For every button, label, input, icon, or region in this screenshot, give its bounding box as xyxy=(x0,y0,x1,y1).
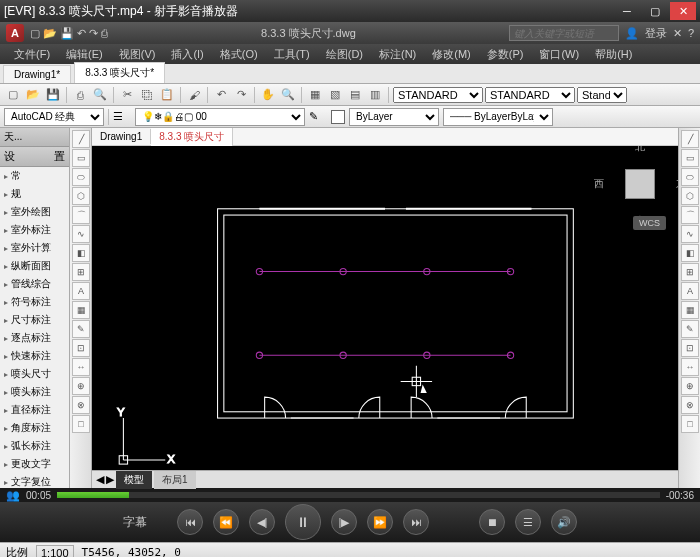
step-fwd-button[interactable]: |▶ xyxy=(331,509,357,535)
layer-select[interactable]: 💡❄🔒🖨▢ 00 xyxy=(135,108,305,126)
autocad-logo[interactable]: A xyxy=(6,24,24,42)
seek-track[interactable] xyxy=(57,492,660,498)
tool-d-icon[interactable]: ▥ xyxy=(366,86,384,104)
style-dropdown-2[interactable]: STANDARD xyxy=(485,87,575,103)
menu-window[interactable]: 窗口(W) xyxy=(533,45,585,64)
layer-prop-icon[interactable]: ☰ xyxy=(113,110,131,123)
volume-button[interactable]: 🔊 xyxy=(551,509,577,535)
panel-item-11[interactable]: 喷头尺寸 xyxy=(0,365,69,383)
viewcube[interactable]: 北 南 东 西 xyxy=(610,154,670,214)
drawtools-tool-13[interactable]: ⊕ xyxy=(72,377,90,395)
drawtools-tool-4[interactable]: ⌒ xyxy=(72,206,90,224)
panel-item-8[interactable]: 尺寸标注 xyxy=(0,311,69,329)
tool-a-icon[interactable]: ▦ xyxy=(306,86,324,104)
fastfwd-button[interactable]: ⏩ xyxy=(367,509,393,535)
style-dropdown-1[interactable]: STANDARD xyxy=(393,87,483,103)
panel-item-14[interactable]: 角度标注 xyxy=(0,419,69,437)
bylayer-color-select[interactable]: ByLayer xyxy=(349,108,439,126)
drawtools-tool-8[interactable]: A xyxy=(72,282,90,300)
menu-insert[interactable]: 插入(I) xyxy=(165,45,209,64)
subtitle-button[interactable]: 字幕 xyxy=(123,514,147,531)
maximize-button[interactable]: ▢ xyxy=(642,2,668,20)
modtools-tool-7[interactable]: ⊞ xyxy=(681,263,699,281)
modtools-tool-15[interactable]: □ xyxy=(681,415,699,433)
panel-item-16[interactable]: 更改文字 xyxy=(0,455,69,473)
menu-draw[interactable]: 绘图(D) xyxy=(320,45,369,64)
drawtools-tool-7[interactable]: ⊞ xyxy=(72,263,90,281)
drawtools-tool-14[interactable]: ⊗ xyxy=(72,396,90,414)
panel-header[interactable]: 天... xyxy=(0,128,69,147)
panel-item-1[interactable]: 规 xyxy=(0,185,69,203)
exchange-icon[interactable]: ✕ xyxy=(673,27,682,40)
preview-icon[interactable]: 🔍 xyxy=(91,86,109,104)
menu-edit[interactable]: 编辑(E) xyxy=(60,45,109,64)
zoom-icon[interactable]: 🔍 xyxy=(279,86,297,104)
drawtools-tool-12[interactable]: ↔ xyxy=(72,358,90,376)
viewcube-face[interactable] xyxy=(625,169,655,199)
drawtools-tool-10[interactable]: ✎ xyxy=(72,320,90,338)
layout1-tab[interactable]: 布局1 xyxy=(154,471,196,489)
matchprop-icon[interactable]: 🖌 xyxy=(185,86,203,104)
color-swatch[interactable] xyxy=(331,110,345,124)
redo-icon[interactable]: ↷ xyxy=(89,27,98,40)
avatar-icon[interactable]: 👥 xyxy=(6,489,20,502)
tab-arrow-right[interactable]: ▶ xyxy=(106,473,114,486)
drawtools-tool-6[interactable]: ◧ xyxy=(72,244,90,262)
modtools-tool-10[interactable]: ✎ xyxy=(681,320,699,338)
modtools-tool-9[interactable]: ▦ xyxy=(681,301,699,319)
panel-item-4[interactable]: 室外计算 xyxy=(0,239,69,257)
modtools-tool-6[interactable]: ◧ xyxy=(681,244,699,262)
workspace-select[interactable]: AutoCAD 经典 xyxy=(4,108,104,126)
drawtools-tool-15[interactable]: □ xyxy=(72,415,90,433)
drawtools-tool-5[interactable]: ∿ xyxy=(72,225,90,243)
modtools-tool-2[interactable]: ⬭ xyxy=(681,168,699,186)
drawtools-tool-0[interactable]: ╱ xyxy=(72,130,90,148)
tab-arrow-left[interactable]: ◀ xyxy=(96,473,104,486)
plot-icon[interactable]: ⎙ xyxy=(71,86,89,104)
undo-icon[interactable]: ↶ xyxy=(77,27,86,40)
panel-item-6[interactable]: 管线综合 xyxy=(0,275,69,293)
modtools-tool-8[interactable]: A xyxy=(681,282,699,300)
cut-icon[interactable]: ✂ xyxy=(118,86,136,104)
panel-item-5[interactable]: 纵断面图 xyxy=(0,257,69,275)
panel-item-13[interactable]: 直径标注 xyxy=(0,401,69,419)
panel-item-3[interactable]: 室外标注 xyxy=(0,221,69,239)
panel-item-17[interactable]: 文字复位 xyxy=(0,473,69,488)
menu-format[interactable]: 格式(O) xyxy=(214,45,264,64)
modtools-tool-12[interactable]: ↔ xyxy=(681,358,699,376)
filetab-current[interactable]: 8.3.3 喷头尺寸 xyxy=(151,128,233,146)
modtools-tool-1[interactable]: ▭ xyxy=(681,149,699,167)
tool-b-icon[interactable]: ▧ xyxy=(326,86,344,104)
panel-item-10[interactable]: 快速标注 xyxy=(0,347,69,365)
model-tab[interactable]: 模型 xyxy=(116,471,152,489)
ratio-value[interactable]: 1:100 xyxy=(36,545,74,558)
modtools-tool-3[interactable]: ⬡ xyxy=(681,187,699,205)
copy-icon[interactable]: ⿻ xyxy=(138,86,156,104)
menu-modify[interactable]: 修改(M) xyxy=(426,45,477,64)
modtools-tool-11[interactable]: ⊡ xyxy=(681,339,699,357)
print-icon[interactable]: ⎙ xyxy=(101,27,108,40)
new-doc-icon[interactable]: ▢ xyxy=(4,86,22,104)
menu-view[interactable]: 视图(V) xyxy=(113,45,162,64)
menu-file[interactable]: 文件(F) xyxy=(8,45,56,64)
drawtools-tool-11[interactable]: ⊡ xyxy=(72,339,90,357)
save-doc-icon[interactable]: 💾 xyxy=(44,86,62,104)
menu-help[interactable]: 帮助(H) xyxy=(589,45,638,64)
drawtools-tool-2[interactable]: ⬭ xyxy=(72,168,90,186)
doctab-current[interactable]: 8.3.3 喷头尺寸* xyxy=(74,62,165,83)
drawtools-tool-3[interactable]: ⬡ xyxy=(72,187,90,205)
modtools-tool-5[interactable]: ∿ xyxy=(681,225,699,243)
redo2-icon[interactable]: ↷ xyxy=(232,86,250,104)
undo2-icon[interactable]: ↶ xyxy=(212,86,230,104)
paste-icon[interactable]: 📋 xyxy=(158,86,176,104)
style-dropdown-3[interactable]: Stande xyxy=(577,87,627,103)
modtools-tool-13[interactable]: ⊕ xyxy=(681,377,699,395)
filetab-drawing1[interactable]: Drawing1 xyxy=(92,129,151,144)
menu-tools[interactable]: 工具(T) xyxy=(268,45,316,64)
stop-button[interactable]: ⏹ xyxy=(479,509,505,535)
login-link[interactable]: 登录 xyxy=(645,26,667,41)
modtools-tool-4[interactable]: ⌒ xyxy=(681,206,699,224)
pause-button[interactable]: ⏸ xyxy=(285,504,321,540)
user-icon[interactable]: 👤 xyxy=(625,27,639,40)
modtools-tool-0[interactable]: ╱ xyxy=(681,130,699,148)
